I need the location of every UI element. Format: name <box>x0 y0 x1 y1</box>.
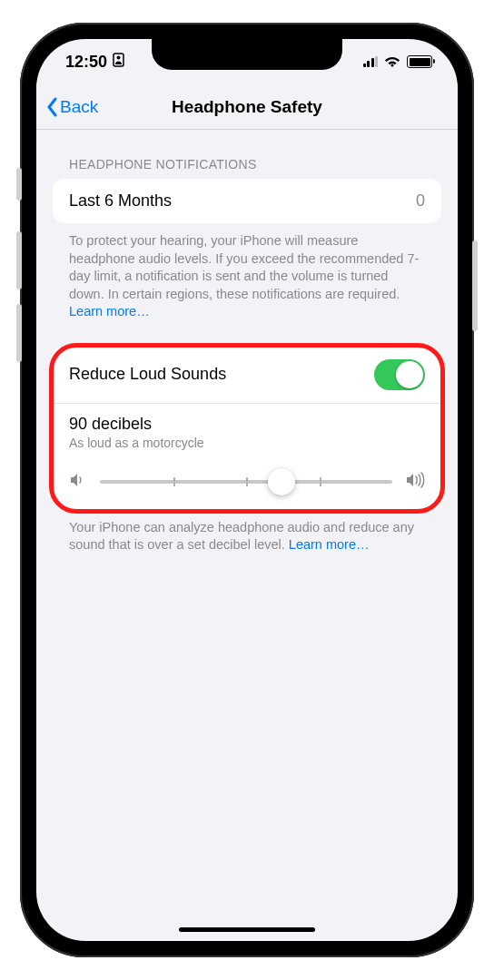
notch <box>152 39 342 70</box>
svg-point-1 <box>117 55 121 59</box>
chevron-left-icon <box>45 97 58 117</box>
group-notifications: Last 6 Months 0 <box>53 179 441 223</box>
decibel-slider[interactable] <box>100 480 392 484</box>
screen: 12:50 Back Headphone Safety <box>36 39 458 941</box>
power-button <box>472 240 478 331</box>
vol-up-button <box>16 231 22 289</box>
nav-bar: Back Headphone Safety <box>36 84 458 130</box>
home-indicator[interactable] <box>179 927 315 932</box>
battery-icon <box>407 55 432 68</box>
cellular-icon <box>363 56 379 67</box>
status-time: 12:50 <box>65 53 107 72</box>
back-button[interactable]: Back <box>36 97 98 117</box>
reduce-loud-toggle[interactable] <box>374 359 425 390</box>
toggle-label: Reduce Loud Sounds <box>69 365 226 384</box>
footer-reduce-loud: Your iPhone can analyze headphone audio … <box>53 510 441 554</box>
page-title: Headphone Safety <box>36 97 458 117</box>
row-decibel-slider <box>53 456 441 510</box>
mute-switch <box>16 168 22 201</box>
slider-thumb[interactable] <box>268 468 295 495</box>
decibel-value: 90 decibels <box>69 415 425 434</box>
row-label: Last 6 Months <box>69 191 172 211</box>
wifi-icon <box>384 53 400 72</box>
id-card-icon <box>113 53 124 72</box>
learn-more-link[interactable]: Learn more… <box>69 304 150 318</box>
group-reduce-loud: Reduce Loud Sounds 90 decibels As loud a… <box>53 347 441 510</box>
row-last-6-months[interactable]: Last 6 Months 0 <box>53 179 441 223</box>
row-reduce-loud-sounds[interactable]: Reduce Loud Sounds <box>53 347 441 403</box>
row-decibel-readout: 90 decibels As loud as a motorcycle <box>53 404 441 456</box>
back-label: Back <box>60 97 98 117</box>
speaker-high-icon <box>405 472 425 492</box>
section-header-notifications: HEADPHONE NOTIFICATIONS <box>53 130 441 179</box>
settings-content: HEADPHONE NOTIFICATIONS Last 6 Months 0 … <box>36 130 458 554</box>
footer-notifications: To protect your hearing, your iPhone wil… <box>53 223 441 321</box>
learn-more-link-2[interactable]: Learn more… <box>289 537 370 552</box>
decibel-comparison: As loud as a motorcycle <box>69 436 425 450</box>
phone-frame: 12:50 Back Headphone Safety <box>20 23 474 957</box>
row-value: 0 <box>416 191 425 211</box>
speaker-low-icon <box>69 472 87 492</box>
group-reduce-loud-wrap: Reduce Loud Sounds 90 decibels As loud a… <box>53 347 441 510</box>
vol-down-button <box>16 304 22 362</box>
